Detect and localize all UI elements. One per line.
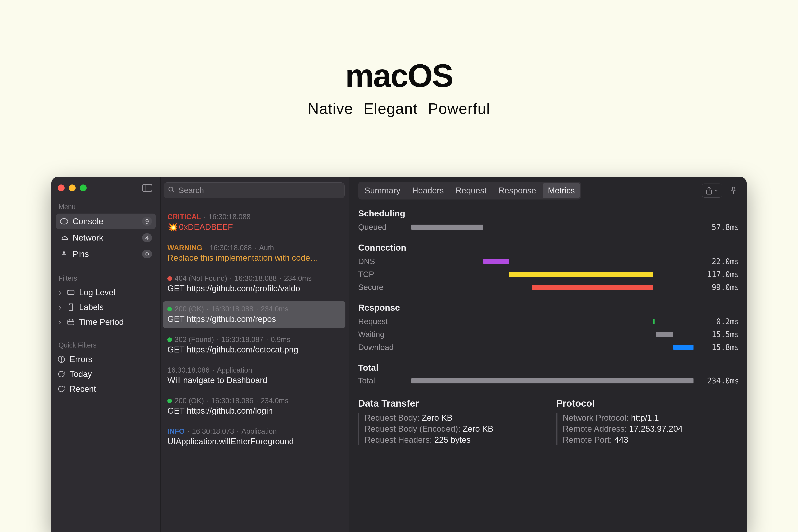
search-icon bbox=[168, 186, 175, 195]
pins-icon bbox=[60, 250, 69, 258]
log-meta: INFO · 16:30:18.073 · Application bbox=[167, 427, 341, 436]
svg-line-13 bbox=[172, 191, 174, 192]
log-source: Auth bbox=[259, 244, 274, 252]
info-value: 17.253.97.204 bbox=[629, 424, 683, 433]
quick-filter-recent[interactable]: Recent bbox=[56, 381, 156, 396]
hero: macOS Native Elegant Powerful bbox=[0, 0, 798, 117]
quick-filter-errors[interactable]: Errors bbox=[56, 352, 156, 367]
log-entry[interactable]: WARNING · 16:30:18.088 · AuthReplace thi… bbox=[163, 240, 345, 267]
log-level: INFO bbox=[167, 427, 185, 436]
log-list: CRITICAL · 16:30:18.088💥0xDEADBEEFWARNIN… bbox=[160, 177, 349, 532]
tab-summary[interactable]: Summary bbox=[359, 183, 406, 198]
detail-panel: SummaryHeadersRequestResponseMetrics Sch… bbox=[349, 177, 747, 532]
tab-headers[interactable]: Headers bbox=[407, 183, 449, 198]
quick-filter-label: Today bbox=[70, 369, 92, 379]
metrics-section-title: Total bbox=[358, 362, 739, 373]
log-time: 16:30:18.073 bbox=[192, 427, 234, 436]
pin-button[interactable] bbox=[728, 184, 739, 197]
metric-track bbox=[411, 258, 699, 265]
metric-bar bbox=[509, 272, 653, 277]
metric-row: Secure99.0ms bbox=[358, 281, 739, 294]
filter-labels[interactable]: ›Labels bbox=[56, 300, 156, 315]
log-time: 16:30:18.088 bbox=[210, 244, 252, 252]
info-line: Remote Address: 17.253.97.204 bbox=[563, 424, 739, 434]
log-entry[interactable]: 200 (OK) · 16:30:18.088 · 234.0msGET htt… bbox=[163, 301, 345, 328]
log-entry[interactable]: 302 (Found) · 16:30:18.087 · 0.9msGET ht… bbox=[163, 332, 345, 359]
minimize-traffic-light[interactable] bbox=[69, 185, 76, 191]
metric-bar bbox=[411, 225, 483, 230]
metric-label: DNS bbox=[358, 257, 411, 266]
log-source: Application bbox=[217, 366, 252, 374]
log-entry[interactable]: 200 (OK) · 16:30:18.086 · 234.0msGET htt… bbox=[163, 393, 345, 420]
metric-track bbox=[411, 377, 699, 384]
metric-row: Download15.8ms bbox=[358, 341, 739, 354]
info-value: http/1.1 bbox=[631, 413, 659, 422]
metrics-connection: ConnectionDNS22.0msTCP117.0msSecure99.0m… bbox=[358, 243, 739, 294]
info-key: Request Body: bbox=[365, 413, 419, 422]
metric-value: 0.2ms bbox=[699, 317, 739, 326]
status-dot-icon bbox=[167, 307, 172, 311]
metric-label: Secure bbox=[358, 283, 411, 292]
sidebar-item-network[interactable]: Network4 bbox=[56, 230, 156, 246]
quick-filter-today[interactable]: Today bbox=[56, 367, 156, 381]
chevron-right-icon: › bbox=[57, 288, 63, 297]
metric-value: 117.0ms bbox=[699, 270, 739, 279]
window-controls bbox=[58, 184, 155, 192]
metric-row: Queued57.8ms bbox=[358, 221, 739, 234]
filter-label: Time Period bbox=[79, 317, 124, 327]
info-key: Network Protocol: bbox=[563, 413, 629, 422]
log-entry[interactable]: INFO · 16:30:18.073 · ApplicationUIAppli… bbox=[163, 423, 345, 451]
search-field[interactable] bbox=[164, 183, 345, 198]
filter-log-level[interactable]: ›Log Level bbox=[56, 285, 156, 300]
log-body: GET https://github.com/octocat.png bbox=[167, 345, 341, 354]
metric-label: Total bbox=[358, 376, 411, 385]
metric-label: Request bbox=[358, 317, 411, 326]
log-duration: 0.9ms bbox=[271, 336, 290, 344]
log-status: 302 (Found) bbox=[175, 336, 214, 344]
metric-bar bbox=[483, 259, 509, 264]
log-level-icon bbox=[66, 289, 75, 296]
hero-tagline: Native Elegant Powerful bbox=[0, 100, 798, 117]
svg-point-12 bbox=[169, 187, 173, 191]
sidebar-item-pins[interactable]: Pins0 bbox=[56, 246, 156, 262]
metric-value: 99.0ms bbox=[699, 283, 739, 292]
sidebar-item-badge: 0 bbox=[142, 250, 152, 259]
metric-row: Waiting15.5ms bbox=[358, 328, 739, 341]
log-body: GET https://github.com/repos bbox=[167, 314, 341, 324]
metric-bar bbox=[411, 378, 694, 383]
sidebar-item-label: Console bbox=[73, 216, 103, 226]
collision-icon: 💥 bbox=[167, 222, 178, 232]
sidebar-toggle-icon[interactable] bbox=[142, 184, 152, 192]
metric-value: 57.8ms bbox=[699, 223, 739, 232]
info-line: Request Body (Encoded): Zero KB bbox=[365, 424, 541, 434]
metric-row: DNS22.0ms bbox=[358, 255, 739, 268]
tab-metrics[interactable]: Metrics bbox=[543, 183, 580, 198]
hero-title: macOS bbox=[0, 57, 798, 94]
zoom-traffic-light[interactable] bbox=[80, 185, 87, 191]
share-button[interactable] bbox=[702, 184, 722, 197]
search-input[interactable] bbox=[178, 186, 340, 195]
log-entry[interactable]: 16:30:18.086 · ApplicationWill navigate … bbox=[163, 362, 345, 390]
sidebar: Menu Console9Network4Pins0 Filters ›Log … bbox=[51, 177, 160, 532]
info-line: Request Body: Zero KB bbox=[365, 413, 541, 422]
sidebar-item-label: Pins bbox=[73, 249, 89, 259]
metric-bar bbox=[532, 285, 653, 290]
log-time: 16:30:18.088 bbox=[234, 274, 277, 283]
log-entry[interactable]: 404 (Not Found) · 16:30:18.088 · 234.0ms… bbox=[163, 270, 345, 298]
metric-label: TCP bbox=[358, 270, 411, 279]
log-body: GET https://github.com/profile/valdo bbox=[167, 284, 341, 293]
info-line: Remote Port: 443 bbox=[563, 435, 739, 444]
close-traffic-light[interactable] bbox=[58, 185, 64, 191]
log-entry[interactable]: CRITICAL · 16:30:18.088💥0xDEADBEEF bbox=[163, 209, 345, 236]
console-icon bbox=[60, 218, 69, 225]
metric-row: TCP117.0ms bbox=[358, 268, 739, 281]
metric-track bbox=[411, 284, 699, 291]
tab-response[interactable]: Response bbox=[493, 183, 541, 198]
sidebar-item-console[interactable]: Console9 bbox=[56, 213, 156, 229]
svg-rect-0 bbox=[142, 184, 152, 191]
log-source: Application bbox=[242, 427, 277, 436]
filter-time-period[interactable]: ›Time Period bbox=[56, 315, 156, 329]
tab-request[interactable]: Request bbox=[450, 183, 492, 198]
app-window: Menu Console9Network4Pins0 Filters ›Log … bbox=[51, 177, 747, 532]
log-body: UIApplication.willEnterForeground bbox=[167, 437, 341, 446]
